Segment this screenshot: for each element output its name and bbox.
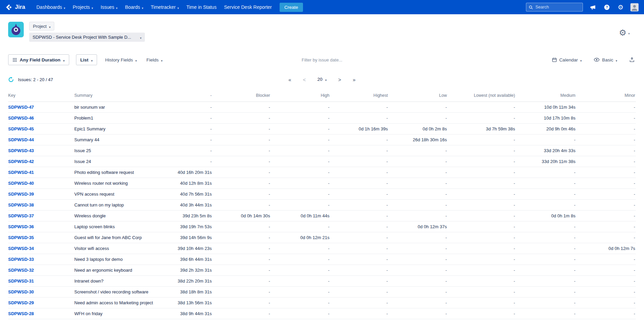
table-row: SDPWSD-29Need admin access to Marketing … (8, 297, 636, 308)
issue-key-link[interactable]: SDPWSD-41 (8, 170, 34, 175)
duration-cell: - (389, 145, 448, 156)
duration-cell: - (448, 297, 516, 308)
issue-key-link[interactable]: SDPWSD-39 (8, 192, 34, 197)
nav-item-boards[interactable]: Boards (121, 0, 147, 14)
nav-item-label: Projects (73, 4, 90, 10)
duration-cell: - (330, 221, 389, 232)
duration-field-dropdown[interactable]: Any Field Duration (8, 54, 69, 65)
project-selectors: Project SDPWSD - Service Desk Project Wi… (29, 22, 145, 42)
nav-item-time-in-status[interactable]: Time in Status (183, 0, 220, 14)
issue-key-link[interactable]: SDPWSD-45 (8, 126, 34, 131)
chevron-down-icon (615, 57, 617, 62)
nav-item-timetracker[interactable]: Timetracker (147, 0, 183, 14)
duration-cell: 39d 10h 44m 23s (154, 243, 212, 254)
duration-cell: - (212, 124, 271, 134)
issue-key-link[interactable]: SDPWSD-40 (8, 181, 34, 186)
table-row: SDPWSD-32Need an ergonomic keyboard39d 2… (8, 265, 636, 276)
issue-summary: Issue 24 (74, 156, 154, 167)
create-button[interactable]: Create (280, 3, 303, 12)
duration-cell: 38d 13h 56m 31s (154, 297, 212, 308)
duration-cell: - (330, 189, 389, 200)
duration-cell: - (389, 178, 448, 189)
table-row: SDPWSD-46Problem1------10d 17h 10m 8s- (8, 113, 636, 124)
issue-key-link[interactable]: SDPWSD-29 (8, 300, 34, 305)
pagination-first-button[interactable] (288, 77, 291, 82)
issue-key-link[interactable]: SDPWSD-31 (8, 278, 34, 284)
duration-cell: 0d 0h 11m 44s (271, 211, 330, 221)
project-select-dropdown[interactable]: SDPWSD - Service Desk Project With Sampl… (29, 33, 145, 42)
report-settings-button[interactable]: ⚙ (619, 29, 630, 37)
issue-date-filter-input[interactable] (251, 57, 393, 62)
duration-cell: 10d 17h 10m 8s (516, 113, 576, 124)
duration-cell: - (576, 297, 636, 308)
issue-key-link[interactable]: SDPWSD-30 (8, 289, 34, 294)
issue-key-link[interactable]: SDPWSD-32 (8, 268, 34, 273)
duration-cell: - (212, 200, 271, 211)
calendar-dropdown[interactable]: Calendar (551, 57, 583, 62)
duration-cell: 3d 7h 59m 38s (448, 124, 516, 134)
duration-cell: 0d 0h 2m 8s (389, 124, 448, 134)
user-avatar[interactable] (630, 3, 639, 11)
duration-cell: - (576, 113, 636, 124)
issue-key-link[interactable]: SDPWSD-44 (8, 137, 34, 142)
top-navigation: Jira DashboardsProjectsIssuesBoardsTimet… (0, 0, 644, 14)
nav-item-issues[interactable]: Issues (97, 0, 121, 14)
jira-logo[interactable]: Jira (5, 4, 25, 11)
issue-key-link[interactable]: SDPWSD-43 (8, 148, 34, 153)
pagination-next-button[interactable] (338, 77, 341, 82)
nav-item-dashboards[interactable]: Dashboards (33, 0, 69, 14)
issue-key-link[interactable]: SDPWSD-37 (8, 213, 34, 218)
nav-item-label: Timetracker (151, 4, 175, 10)
table-row: SDPWSD-28WFH on friday38d 9h 44m 31s----… (8, 308, 636, 319)
issue-key-link[interactable]: SDPWSD-38 (8, 202, 34, 207)
duration-cell: - (330, 254, 389, 265)
page-size-value: 20 (317, 77, 322, 82)
duration-cell: - (212, 243, 271, 254)
calendar-label: Calendar (559, 57, 578, 62)
nav-item-projects[interactable]: Projects (69, 0, 97, 14)
issue-key-link[interactable]: SDPWSD-35 (8, 235, 34, 240)
table-header-row: KeySummary-BlockerHighHighestLowLowest (… (8, 93, 636, 102)
duration-cell: - (330, 297, 389, 308)
page-size-select[interactable]: 20 (317, 77, 327, 82)
duration-cell: - (271, 124, 330, 134)
duration-cell: - (154, 102, 212, 113)
duration-cell: - (271, 276, 330, 287)
view-dropdown[interactable]: List (76, 54, 97, 65)
nav-item-service-desk-reporter[interactable]: Service Desk Reporter (220, 0, 276, 14)
duration-cell: 0d 0h 12m 7s (576, 243, 636, 254)
duration-cell: - (576, 265, 636, 276)
brand-label: Jira (15, 4, 25, 11)
history-fields-dropdown[interactable]: History Fields (104, 57, 138, 62)
issue-key-link[interactable]: SDPWSD-42 (8, 159, 34, 164)
pagination-prev-button[interactable] (303, 77, 306, 82)
duration-cell: - (448, 265, 516, 276)
duration-cell: - (389, 211, 448, 221)
duration-cell: - (330, 167, 389, 178)
view-mode-dropdown[interactable]: Basic (592, 57, 619, 62)
duration-cell: - (516, 243, 576, 254)
duration-cell: - (154, 124, 212, 134)
search-input[interactable] (526, 3, 583, 12)
duration-cell: - (516, 134, 576, 145)
issue-key-link[interactable]: SDPWSD-36 (8, 224, 34, 229)
issue-key-link[interactable]: SDPWSD-46 (8, 115, 34, 121)
project-type-dropdown[interactable]: Project (29, 22, 54, 31)
export-button[interactable] (628, 57, 636, 62)
fields-dropdown[interactable]: Fields (145, 57, 164, 62)
topnav-menu: DashboardsProjectsIssuesBoardsTimetracke… (33, 0, 276, 14)
issue-key-link[interactable]: SDPWSD-47 (8, 105, 34, 110)
issue-key-link[interactable]: SDPWSD-34 (8, 246, 34, 251)
issue-key-link[interactable]: SDPWSD-28 (8, 311, 34, 316)
refresh-button[interactable] (8, 77, 14, 83)
issues-table-body: SDPWSD-47bir sorunum var------10d 0h 11m… (8, 102, 636, 319)
duration-cell: - (448, 134, 516, 145)
announcements-button[interactable] (589, 3, 597, 11)
help-button[interactable]: ? (603, 3, 611, 11)
duration-cell: - (271, 200, 330, 211)
settings-button[interactable]: ⚙ (617, 3, 625, 11)
pagination-last-button[interactable] (353, 77, 356, 82)
issue-summary: Screenshot / video recording software (74, 287, 154, 297)
duration-cell: 26d 18h 30m 16s (389, 134, 448, 145)
issue-key-link[interactable]: SDPWSD-33 (8, 257, 34, 262)
